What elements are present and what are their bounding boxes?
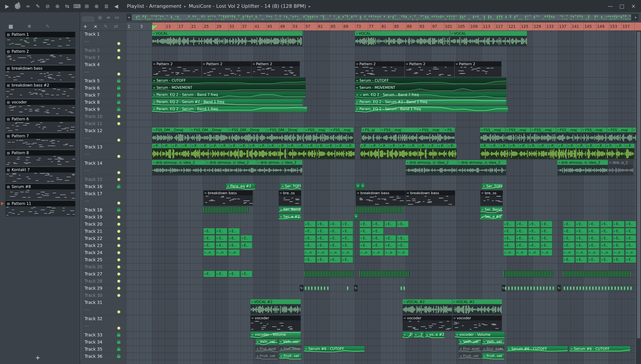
track-header[interactable]: Track 35 — [80, 346, 126, 353]
pattern-clip[interactable]: ≡breakdown bass — [356, 190, 405, 206]
tick-clip[interactable] — [567, 286, 568, 290]
mini-clip[interactable]: »E.. — [576, 228, 587, 234]
tick-clip[interactable] — [514, 286, 516, 290]
tick-clip[interactable] — [598, 286, 600, 290]
mini-clip[interactable]: »..n — [613, 250, 625, 256]
mini-clip[interactable]: »E.. — [360, 242, 372, 248]
automation-clip[interactable]: ∞Para..eq #2 — [226, 183, 255, 190]
automation-clip[interactable]: ×Frui..evel — [482, 346, 504, 352]
track-led[interactable] — [117, 115, 120, 118]
swap-icon[interactable]: ⇆ — [62, 3, 72, 9]
playlist-lane[interactable]: ∞Param. EQ 2 - Serum #2 - Band 1 freq∞Pa… — [126, 99, 636, 106]
star-icon[interactable]: ✱ — [28, 24, 32, 29]
tick-clip[interactable] — [534, 286, 535, 290]
mini-clip[interactable]: »E.. — [563, 228, 575, 234]
mini-clip[interactable]: »E.. — [317, 256, 328, 263]
mini-clip[interactable]: »..n — [342, 250, 354, 256]
mini-clip[interactable]: »E.. — [241, 235, 252, 242]
mini-clip[interactable]: »E.. — [228, 242, 240, 248]
minimize-button[interactable]: — — [604, 3, 616, 9]
mini-clip[interactable]: »E.. — [541, 221, 553, 227]
track-led[interactable] — [117, 42, 120, 45]
pattern-item[interactable]: ▤Pattern 6 — [5, 116, 75, 132]
mini-clip[interactable]: »E.. — [360, 235, 372, 242]
tick-clip[interactable] — [550, 286, 551, 290]
audio-clip[interactable]: »dnb atmosp..ic idea_2 — [206, 160, 256, 175]
audio-clip[interactable]: »VOCAL — [152, 31, 302, 46]
audio-clip[interactable]: »FSS_..maj — [607, 128, 632, 143]
mini-clip[interactable]: »E.. — [504, 221, 515, 227]
audio-clip[interactable]: »P.. — [297, 144, 306, 159]
mini-clip[interactable]: »E.. — [600, 242, 612, 248]
pattern-clip[interactable]: ≡Pattern 2 — [355, 62, 404, 77]
tick-clip[interactable] — [308, 286, 309, 290]
vertical-scrollbar[interactable] — [636, 31, 641, 364]
automation-clip[interactable]: ×Fruit..vel — [459, 353, 481, 359]
audio-clip[interactable]: »P.. — [399, 144, 408, 159]
track-header[interactable]: Track 29 — [80, 285, 126, 292]
mini-clip[interactable]: »E.. — [626, 221, 636, 227]
pattern-item[interactable]: ▤Pattern 2 — [5, 49, 75, 64]
audio-clip[interactable]: »VOCAL #2 — [452, 299, 502, 314]
audio-clip[interactable]: »P.. — [258, 144, 268, 159]
mini-clip[interactable]: »E.. — [563, 242, 575, 248]
audio-clip[interactable]: »P.. — [616, 144, 625, 159]
tick-clip[interactable] — [583, 286, 584, 290]
pattern-clip[interactable]: ≡Pattern 2 — [202, 62, 251, 77]
audio-clip[interactable]: »dnb atmosp..ic idea_2 — [152, 160, 206, 175]
playlist-lane[interactable]: »E..»E..»E..»E..»E..»E..»E..»E..»E..»E..… — [126, 242, 636, 249]
audio-clip[interactable]: »P.. — [162, 144, 171, 159]
mini-clip[interactable]: »E.. — [342, 242, 354, 248]
playlist-lane[interactable]: »..n»..n»..n»..n»..n»..n»..n»..n»..n»..n… — [126, 249, 636, 256]
vertical-scroll-handle[interactable] — [637, 32, 640, 338]
mini-clip[interactable]: »E.. — [216, 228, 228, 234]
add-pattern-button[interactable]: + — [35, 354, 40, 361]
mini-clip[interactable]: »E.. — [216, 235, 228, 242]
playlist-lane[interactable] — [126, 176, 636, 183]
mini-clip[interactable]: »..n — [204, 250, 215, 256]
audio-clip[interactable]: »FSS_..maj — [380, 128, 418, 143]
audio-clip[interactable]: »FSS_..maj — [480, 128, 505, 143]
track-header[interactable]: Track 24 — [80, 249, 126, 256]
turn-clip[interactable]: ↻ — [300, 285, 303, 291]
automation-clip[interactable]: ∞Valh..vel — [279, 339, 301, 345]
mini-clip[interactable]: »E.. — [317, 242, 328, 248]
mini-clip[interactable]: »..n — [588, 250, 600, 256]
pattern-clip[interactable]: ≡Pattern 2 — [455, 62, 502, 77]
track-header[interactable]: Track 1... — [80, 31, 126, 47]
track-header[interactable]: Track 20 — [80, 221, 126, 228]
mini-clip[interactable]: »E.. — [397, 235, 409, 242]
track-header[interactable]: Track 17... — [80, 190, 126, 206]
track-header[interactable]: Track 4... — [80, 61, 126, 78]
automation-clip[interactable]: ∞Valh..vel — [482, 339, 504, 345]
tick-clip[interactable] — [318, 286, 319, 290]
audio-clip[interactable]: »FSS_..maj — [304, 128, 330, 143]
automation-clip[interactable]: ∞Param. EQ 2 - Serum - Band 1 freq — [152, 106, 307, 112]
automation-clip[interactable]: ∞Serum #6 - CUTOFF — [304, 346, 364, 352]
mini-clip[interactable]: »E.. — [613, 242, 625, 248]
tick-clip[interactable] — [570, 286, 571, 290]
automation-clip[interactable]: ∞Param. EQ 2 - Serum #2 - Band 1 freq — [152, 99, 303, 105]
mini-clip[interactable]: »E.. — [241, 271, 252, 277]
audio-clip[interactable]: »P.. — [528, 144, 538, 159]
audio-clip[interactable]: »P.. — [499, 144, 508, 159]
track-led[interactable] — [117, 49, 120, 52]
audio-clip[interactable]: »P.. — [577, 144, 586, 159]
brush-icon[interactable]: ✎ — [46, 24, 50, 29]
audio-clip[interactable]: »P.. — [326, 144, 336, 159]
tick-clip[interactable] — [586, 286, 587, 290]
audio-clip[interactable]: »P.. — [625, 144, 634, 159]
pattern-clip[interactable]: ≡Pattern 2 — [405, 62, 454, 77]
mini-clip[interactable]: »E.. — [516, 228, 528, 234]
track-header[interactable]: Track 10 — [80, 113, 126, 120]
pattern-clip[interactable]: ≡vocoder — [250, 316, 301, 331]
audio-clip[interactable]: »FSS_..maj — [556, 128, 581, 143]
automation-clip[interactable]: ∞ — [361, 183, 364, 190]
mini-clip[interactable]: »E.. — [228, 228, 240, 234]
link-icon[interactable]: ∞ — [104, 15, 112, 20]
track-led[interactable] — [117, 294, 120, 297]
note-repeat-clip[interactable] — [204, 207, 248, 213]
pattern-item-header[interactable]: ▤breakdown bass — [5, 66, 75, 71]
arrows-icon[interactable]: ⇄ — [111, 24, 121, 29]
mini-clip[interactable]: »E.. — [360, 228, 372, 234]
